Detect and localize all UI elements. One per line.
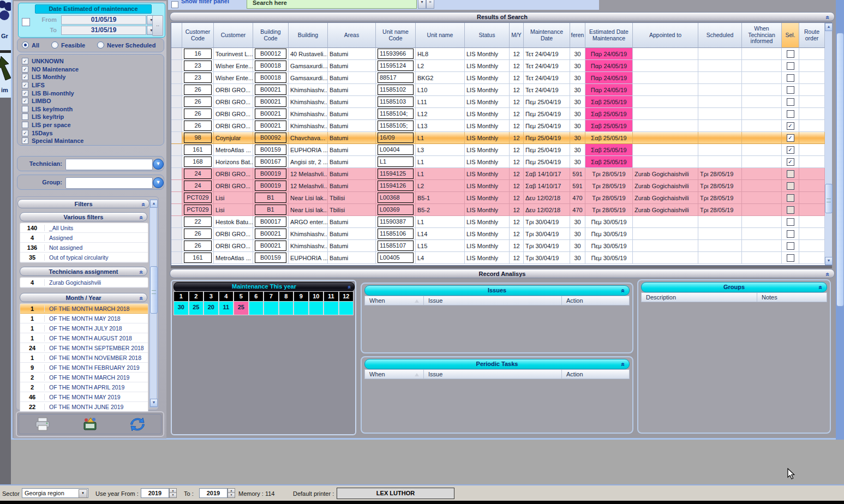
- column-header[interactable]: Status: [465, 23, 510, 48]
- radio-option[interactable]: Feasible: [51, 41, 85, 49]
- window-scrollbar[interactable]: [836, 0, 844, 440]
- checkbox-icon[interactable]: [22, 122, 28, 128]
- list-item[interactable]: 1OF THE MONTH JULY 2018: [20, 323, 148, 333]
- list-item[interactable]: 46OF THE MONTH MAY 2019: [20, 392, 148, 402]
- filter-checkbox-row[interactable]: ✓LIS Bi-monthly: [22, 89, 160, 97]
- results-header[interactable]: Results of Search «: [170, 12, 835, 21]
- column-header[interactable]: Issue: [424, 370, 562, 379]
- maintenance-chart-header[interactable]: Maintenance This year «: [173, 282, 355, 292]
- filter-checkbox-row[interactable]: ✓NO Maintenance: [22, 65, 160, 74]
- collapse-icon[interactable]: «: [619, 363, 628, 367]
- show-filter-checkbox[interactable]: [171, 1, 178, 8]
- checkbox-icon[interactable]: ✓: [22, 82, 28, 88]
- list-item[interactable]: 4Zurab Gogichaishvili: [20, 278, 148, 287]
- column-header[interactable]: Action: [562, 370, 629, 379]
- search-go-button[interactable]: »: [426, 0, 434, 9]
- list-item[interactable]: 9OF THE MONTH FEBRUARY 2019: [20, 363, 148, 373]
- table-row[interactable]: 26ORBI GRO...B00021Khimshiashv...Batumi1…: [171, 96, 825, 108]
- column-header[interactable]: M/Y: [510, 23, 524, 48]
- column-header[interactable]: Route order: [799, 23, 825, 48]
- column-header[interactable]: When Techincian informed: [742, 23, 782, 48]
- filter-checkbox-row[interactable]: ✓LIS Monthly: [22, 73, 160, 81]
- row-select-checkbox[interactable]: [787, 182, 794, 190]
- list-item[interactable]: 35Out of typical circularity: [20, 253, 148, 262]
- collapse-icon[interactable]: «: [824, 16, 833, 20]
- technicians-assignment-header[interactable]: Technicians assignment «: [20, 267, 147, 276]
- sector-dropdown-icon[interactable]: ▼: [79, 489, 87, 498]
- table-row[interactable]: 22Hestok Batu...B00017ARGO enter...Batum…: [171, 216, 825, 228]
- checkbox-icon[interactable]: ✓: [22, 98, 28, 104]
- filter-checkbox-row[interactable]: ✓UNKNOWN: [22, 57, 160, 65]
- column-header[interactable]: Appointed to: [633, 23, 698, 48]
- row-select-checkbox[interactable]: [787, 98, 794, 106]
- refresh-button[interactable]: [127, 416, 148, 433]
- spin-down-icon[interactable]: ▼: [228, 493, 235, 498]
- filter-checkbox-row[interactable]: ✓Special Maintance: [22, 137, 160, 145]
- groups-header[interactable]: Groups «: [641, 282, 827, 292]
- row-select-checkbox[interactable]: [787, 86, 794, 94]
- row-select-checkbox[interactable]: ✓: [787, 122, 794, 130]
- table-row[interactable]: 26ORBI GRO...B00021Khimshiashv...Batumi1…: [171, 120, 825, 132]
- issues-header[interactable]: Issues «: [364, 285, 630, 296]
- column-header[interactable]: Scheduled: [698, 23, 742, 48]
- radio-button[interactable]: [97, 41, 104, 49]
- list-item[interactable]: 24OF THE MONTH SEPTEMBER 2018: [20, 343, 148, 353]
- column-header[interactable]: Areas: [328, 23, 376, 48]
- table-row[interactable]: 23Wisher Ente...B00018Gamsaxurdi...Batum…: [171, 60, 825, 72]
- row-select-checkbox[interactable]: ✓: [787, 146, 794, 154]
- column-header[interactable]: Issue: [424, 296, 562, 305]
- scroll-down-icon[interactable]: ▼: [150, 399, 158, 407]
- row-select-checkbox[interactable]: [787, 50, 794, 58]
- row-select-checkbox[interactable]: [787, 230, 794, 238]
- collapse-icon[interactable]: «: [140, 203, 148, 207]
- technician-combo[interactable]: [65, 159, 153, 170]
- year-to-field[interactable]: 2019: [199, 488, 228, 498]
- column-header[interactable]: Notes: [757, 293, 827, 302]
- table-row[interactable]: 16Tourinvest L...B0001240 Rustaveli...Ba…: [171, 48, 825, 60]
- list-item[interactable]: 1OF THE MONTH NOVEMBER 2018: [20, 353, 148, 363]
- table-row[interactable]: 26ORBI GRO...B00021Khimshiashv...Batumi1…: [171, 228, 825, 240]
- column-header[interactable]: Unit name Code: [376, 23, 416, 48]
- group-combo[interactable]: [65, 177, 153, 189]
- checkbox-icon[interactable]: ✓: [22, 74, 28, 80]
- scrollbar-thumb[interactable]: [836, 33, 844, 307]
- column-header[interactable]: Sel.: [782, 23, 799, 48]
- collapse-icon[interactable]: «: [137, 297, 146, 301]
- date-from-field[interactable]: 01/05/19: [61, 15, 146, 25]
- periodic-tasks-header[interactable]: Periodic Tasks «: [364, 359, 630, 369]
- table-row[interactable]: 26ORBI GRO...B00021Khimshiashv...Batumi1…: [171, 108, 825, 120]
- column-header[interactable]: When: [365, 296, 424, 305]
- column-header[interactable]: Action: [562, 296, 629, 305]
- date-to-field[interactable]: 31/05/19: [61, 26, 146, 35]
- radio-option[interactable]: Never Scheduled: [97, 41, 155, 49]
- table-row[interactable]: 24ORBI GRO...B0001912 Melashvli...Batumi…: [171, 168, 825, 180]
- list-item[interactable]: 4Assigned: [20, 233, 148, 243]
- column-header[interactable]: Customer Code: [182, 23, 214, 48]
- search-input[interactable]: Search here: [247, 0, 417, 9]
- list-item[interactable]: 1OF THE MONTH MAY 2018: [20, 314, 148, 323]
- default-printer-value[interactable]: LEX LUTHOR: [337, 488, 454, 499]
- row-select-checkbox[interactable]: [787, 254, 794, 262]
- date-filter-checkbox[interactable]: [22, 18, 30, 26]
- table-row[interactable]: 161MetroAtlas ...B00159EUPHORIA ...Batum…: [171, 252, 825, 264]
- spin-down-icon[interactable]: ▼: [169, 493, 177, 498]
- column-header[interactable]: Estimated Date Maintenance: [585, 23, 633, 48]
- various-filters-header[interactable]: Various filters «: [20, 212, 147, 221]
- year-from-field[interactable]: 2019: [141, 488, 169, 498]
- filter-checkbox-row[interactable]: LIS per space: [22, 121, 160, 129]
- filter-checkbox-row[interactable]: ✓LIFS: [22, 81, 160, 89]
- row-select-checkbox[interactable]: [787, 194, 794, 202]
- checkbox-icon[interactable]: ✓: [22, 58, 28, 64]
- search-dropdown-button[interactable]: ▾: [418, 0, 426, 9]
- collapse-icon[interactable]: «: [137, 216, 146, 220]
- year-from-spinner[interactable]: ▲ ▼: [169, 488, 176, 498]
- scrollbar-thumb[interactable]: [825, 184, 833, 213]
- column-header[interactable]: Customer: [214, 23, 253, 48]
- list-item[interactable]: 2OF THE MONTH MARCH 2019: [20, 373, 148, 382]
- row-select-checkbox[interactable]: [787, 206, 794, 214]
- table-scrollbar[interactable]: ▲ ▼: [825, 23, 832, 265]
- table-row[interactable]: 24ORBI GRO...B0001912 Melashvli...Batumi…: [171, 180, 825, 192]
- row-select-checkbox[interactable]: ✓: [787, 134, 794, 142]
- column-header[interactable]: Description: [642, 293, 757, 302]
- checkbox-icon[interactable]: [22, 106, 28, 112]
